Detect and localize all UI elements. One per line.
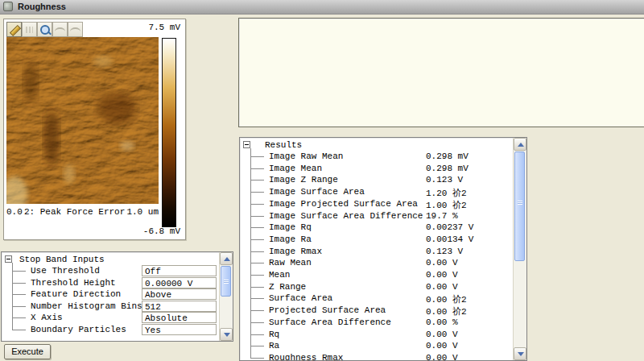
color-scale-min-label: -6.8 mV <box>143 226 180 236</box>
tree-branch-line <box>250 334 264 335</box>
input-row: Number Histogram Bins512 <box>2 301 233 313</box>
result-row: Image Ra0.00134 V <box>240 234 526 246</box>
result-row: Image Surface Area1.20 祄2 <box>240 187 526 198</box>
result-row-label: Image Z Range <box>269 175 338 185</box>
result-row-value: 0.00 V <box>426 282 458 292</box>
result-row: Image Z Range0.123 V <box>240 175 526 186</box>
result-row-value: 0.298 mV <box>426 164 469 173</box>
result-row-label: Surface Area <box>269 293 332 303</box>
tree-branch-line <box>250 346 264 346</box>
ruler-icon <box>10 25 21 36</box>
result-row: Raw Mean0.00 V <box>240 258 526 269</box>
result-row-value: 0.00 祄2 <box>426 305 467 317</box>
tree-branch-line <box>250 216 264 217</box>
result-row-value: 19.7 % <box>426 211 458 221</box>
curve-icon <box>55 27 65 35</box>
result-row-value: 0.123 V <box>426 175 463 185</box>
tree-branch-line <box>250 239 264 240</box>
result-row-label: Image Raw Mean <box>269 151 343 161</box>
input-row: Feature DirectionAbove <box>2 289 233 301</box>
inputs-root-label: Stop Band Inputs <box>19 255 105 264</box>
color-scale-bar <box>162 38 176 227</box>
window-title: Roughness <box>18 2 66 11</box>
roughness-window: Roughness 7.5 mV <box>0 0 644 361</box>
tree-branch-line <box>250 287 264 288</box>
tree-branch-line <box>250 227 264 228</box>
result-row-value: 0.00134 V <box>426 234 473 244</box>
tree-branch-line <box>250 322 264 323</box>
result-row-label: Image Rmax <box>269 247 322 256</box>
scroll-up-icon[interactable] <box>514 138 526 151</box>
result-row: Image Rmax0.123 V <box>240 247 526 258</box>
result-row-label: Z Range <box>269 282 306 292</box>
image-viewer-panel: 7.5 mV <box>3 19 186 240</box>
result-row-value: 0.00 V <box>426 330 458 339</box>
result-row-value: 0.00237 V <box>426 222 473 232</box>
tree-branch-line <box>250 180 264 180</box>
collapse-icon[interactable] <box>5 255 12 263</box>
execute-button[interactable]: Execute <box>4 344 51 359</box>
measure-tool-button[interactable] <box>6 22 22 37</box>
input-row-label: Boundary Particles <box>31 325 126 334</box>
result-row: Projected Surface Area0.00 祄2 <box>240 305 526 317</box>
input-row: Boundary ParticlesYes <box>2 325 233 336</box>
result-row-value: 0.00 % <box>426 317 458 327</box>
input-row: Threshold Height0.00000 V <box>2 278 233 289</box>
result-row: Mean0.00 V <box>240 270 526 281</box>
result-row-value: 1.20 祄2 <box>426 187 467 199</box>
result-row: Rq0.00 V <box>240 330 526 341</box>
afm-image[interactable] <box>6 37 159 204</box>
input-row-value[interactable]: Absolute <box>142 312 217 323</box>
result-row-value: 0.123 V <box>426 247 463 256</box>
tree-branch-line <box>250 275 264 276</box>
input-row-value[interactable]: Off <box>142 265 217 276</box>
tree-branch-line <box>250 251 264 252</box>
result-row-value: 0.298 mV <box>426 151 469 161</box>
input-row: X AxisAbsolute <box>2 313 233 324</box>
inputs-scrollbar[interactable] <box>219 252 233 341</box>
curve-tool-button-2[interactable] <box>68 22 83 37</box>
tree-branch-line <box>12 294 26 295</box>
tree-branch-line <box>12 306 26 307</box>
title-bar[interactable]: Roughness <box>0 0 644 15</box>
result-row-label: Image Surface Area Difference <box>269 211 423 221</box>
input-row-value[interactable]: Above <box>142 288 217 300</box>
tree-branch-line <box>12 317 26 318</box>
scroll-down-icon[interactable] <box>514 347 526 360</box>
result-row-label: Image Projected Surface Area <box>269 199 418 209</box>
input-row-label: Number Histogram Bins <box>31 301 142 311</box>
input-row-value[interactable]: 512 <box>142 301 217 312</box>
result-row: Z Range0.00 V <box>240 282 526 293</box>
inputs-scrollbar-thumb[interactable] <box>221 266 231 297</box>
histogram-tool-button[interactable] <box>22 22 37 37</box>
curve-tool-button-1[interactable] <box>52 22 68 37</box>
result-row-value: 0.00 V <box>426 353 458 361</box>
result-row-label: Image Mean <box>269 164 322 173</box>
result-row-label: Mean <box>269 270 290 280</box>
result-row-label: Image Ra <box>269 234 312 244</box>
zoom-tool-button[interactable] <box>37 22 52 37</box>
result-row: Image Raw Mean0.298 mV <box>240 151 526 163</box>
result-row: Image Surface Area Difference19.7 % <box>240 211 526 222</box>
result-row: Image Rq0.00237 V <box>240 222 526 234</box>
result-row-label: Ra <box>269 341 279 351</box>
x-axis-end-label: 1.0 um <box>126 207 159 217</box>
result-row-label: Roughness Rmax <box>269 353 343 361</box>
collapse-icon[interactable] <box>243 141 250 148</box>
result-row-label: Surface Area Difference <box>269 317 391 327</box>
results-scrollbar[interactable] <box>513 138 526 360</box>
tree-branch-line <box>250 192 264 193</box>
input-row-value[interactable]: 0.00000 V <box>142 277 217 288</box>
input-row-label: X Axis <box>31 313 63 322</box>
image-axis-labels: 0.0 2: Peak Force Error 1.0 um <box>6 207 159 217</box>
scroll-down-icon[interactable] <box>220 328 233 341</box>
magnifier-handle-icon <box>47 31 52 35</box>
histogram-icon <box>26 27 33 33</box>
scroll-up-icon[interactable] <box>220 252 233 265</box>
input-row-value[interactable]: Yes <box>142 324 217 335</box>
curve-icon <box>70 27 80 35</box>
results-scrollbar-thumb[interactable] <box>514 151 525 261</box>
result-row: Image Projected Surface Area1.00 祄2 <box>240 199 526 210</box>
app-icon <box>3 2 13 11</box>
result-row-label: Raw Mean <box>269 258 312 268</box>
